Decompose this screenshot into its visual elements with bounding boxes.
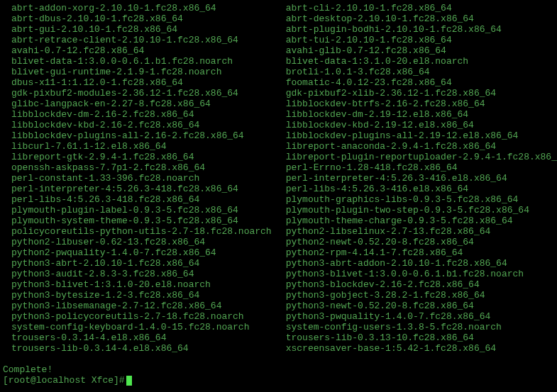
package-row: python3-blivet-1:3.0.0-0.6.1.b1.fc28.noa… bbox=[277, 269, 557, 279]
package-row: dbus-x11-1:1.12.0-1.fc28.x86_64 bbox=[3, 77, 272, 88]
package-row: plymouth-theme-charge-0.9.3-5.fc28.x86_6… bbox=[277, 215, 557, 226]
prompt-text: [root@localhost Xfce]# bbox=[3, 375, 125, 386]
package-row: abrt-gui-2.10.10-1.fc28.x86_64 bbox=[3, 24, 272, 35]
package-row: libblockdev-dm-2.19-12.el8.x86_64 bbox=[277, 109, 557, 120]
package-row: python3-abrt-addon-2.10.10-1.fc28.x86_64 bbox=[277, 258, 557, 269]
package-row: libblockdev-plugins-all-2.19-12.el8.x86_… bbox=[277, 130, 557, 141]
package-row: python2-pwquality-1.4.0-7.fc28.x86_64 bbox=[3, 247, 272, 258]
package-row: openssh-askpass-7.7p1-2.fc28.x86_64 bbox=[3, 162, 272, 173]
package-row: perl-Errno-1.28-418.fc28.x86_64 bbox=[277, 162, 557, 173]
package-row: gdk-pixbuf2-modules-2.36.12-1.fc28.x86_6… bbox=[3, 88, 272, 99]
package-row: plymouth-plugin-two-step-0.9.3-5.fc28.x8… bbox=[277, 205, 557, 215]
package-row: plymouth-system-theme-0.9.3-5.fc28.x86_6… bbox=[3, 215, 272, 226]
package-row: libblockdev-btrfs-2.16-2.fc28.x86_64 bbox=[277, 99, 557, 109]
package-row: python2-newt-0.52.20-8.fc28.x86_64 bbox=[277, 237, 557, 247]
package-row: python2-rpm-4.14.1-7.fc28.x86_64 bbox=[277, 247, 557, 258]
package-row: libblockdev-kbd-2.19-12.el8.x86_64 bbox=[277, 120, 557, 130]
package-row: perl-interpreter-4:5.26.3-416.el8.x86_64 bbox=[277, 173, 557, 184]
package-row: perl-libs-4:5.26.3-418.fc28.x86_64 bbox=[3, 194, 272, 205]
package-row: libreport-anaconda-2.9.4-1.fc28.x86_64 bbox=[277, 141, 557, 152]
shell-prompt[interactable]: [root@localhost Xfce]# bbox=[3, 375, 554, 386]
package-row: glibc-langpack-en-2.27-8.fc28.x86_64 bbox=[3, 99, 272, 109]
package-row: system-config-keyboard-1.4.0-15.fc28.noa… bbox=[3, 322, 272, 332]
package-column-left: abrt-addon-xorg-2.10.10-1.fc28.x86_64abr… bbox=[3, 3, 272, 354]
package-row: abrt-dbus-2.10.10-1.fc28.x86_64 bbox=[3, 13, 272, 24]
package-row: abrt-cli-2.10.10-1.fc28.x86_64 bbox=[277, 3, 557, 13]
package-row: python3-pwquality-1.4.0-7.fc28.x86_64 bbox=[277, 311, 557, 322]
package-row: brotli-1.0.1-3.fc28.x86_64 bbox=[277, 67, 557, 77]
package-row: plymouth-plugin-label-0.9.3-5.fc28.x86_6… bbox=[3, 205, 272, 215]
package-row: python2-libselinux-2.7-13.fc28.x86_64 bbox=[277, 226, 557, 237]
package-row: python3-newt-0.52.20-8.fc28.x86_64 bbox=[277, 301, 557, 311]
package-row: avahi-glib-0.7-12.fc28.x86_64 bbox=[277, 45, 557, 56]
package-row: python3-abrt-2.10.10-1.fc28.x86_64 bbox=[3, 258, 272, 269]
package-row: python3-bytesize-1.2-3.fc28.x86_64 bbox=[3, 290, 272, 301]
package-row: perl-constant-1.33-396.fc28.noarch bbox=[3, 173, 272, 184]
package-row: python3-gobject-3.28.2-1.fc28.x86_64 bbox=[277, 290, 557, 301]
package-row: perl-interpreter-4:5.26.3-418.fc28.x86_6… bbox=[3, 184, 272, 194]
package-row: python2-libuser-0.62-13.fc28.x86_64 bbox=[3, 237, 272, 247]
package-row: abrt-retrace-client-2.10.10-1.fc28.x86_6… bbox=[3, 35, 272, 45]
package-row: blivet-gui-runtime-2.1.9-1.fc28.noarch bbox=[3, 67, 272, 77]
package-row: libblockdev-kbd-2.16-2.fc28.x86_64 bbox=[3, 120, 272, 130]
package-row: perl-libs-4:5.26.3-416.el8.x86_64 bbox=[277, 184, 557, 194]
package-row: python3-audit-2.8.3-3.fc28.x86_64 bbox=[3, 269, 272, 279]
package-row: policycoreutils-python-utils-2.7-18.fc28… bbox=[3, 226, 272, 237]
package-row: trousers-0.3.14-4.el8.x86_64 bbox=[3, 332, 272, 343]
package-list: abrt-addon-xorg-2.10.10-1.fc28.x86_64abr… bbox=[3, 3, 554, 354]
package-row: foomatic-4.0.12-23.fc28.x86_64 bbox=[277, 77, 557, 88]
package-row: libreport-gtk-2.9.4-1.fc28.x86_64 bbox=[3, 152, 272, 162]
status-line: Complete! bbox=[3, 364, 554, 375]
package-row: plymouth-graphics-libs-0.9.3-5.fc28.x86_… bbox=[277, 194, 557, 205]
package-row: abrt-tui-2.10.10-1.fc28.x86_64 bbox=[277, 35, 557, 45]
package-row: xscreensaver-base-1:5.42-1.fc28.x86_64 bbox=[277, 343, 557, 354]
package-row: blivet-data-1:3.1.0-20.el8.noarch bbox=[277, 56, 557, 67]
package-row: trousers-lib-0.3.13-10.fc28.x86_64 bbox=[277, 332, 557, 343]
package-row: trousers-lib-0.3.14-4.el8.x86_64 bbox=[3, 343, 272, 354]
package-row: libblockdev-plugins-all-2.16-2.fc28.x86_… bbox=[3, 130, 272, 141]
package-row: gdk-pixbuf2-xlib-2.36.12-1.fc28.x86_64 bbox=[277, 88, 557, 99]
package-row: python3-blivet-1:3.1.0-20.el8.noarch bbox=[3, 279, 272, 290]
cursor-icon bbox=[126, 376, 132, 386]
package-row: python3-blockdev-2.16-2.fc28.x86_64 bbox=[277, 279, 557, 290]
package-row: libcurl-7.61.1-12.el8.x86_64 bbox=[3, 141, 272, 152]
package-row: abrt-addon-xorg-2.10.10-1.fc28.x86_64 bbox=[3, 3, 272, 13]
package-column-right: abrt-cli-2.10.10-1.fc28.x86_64abrt-deskt… bbox=[277, 3, 557, 354]
package-row: python3-libsemanage-2.7-12.fc28.x86_64 bbox=[3, 301, 272, 311]
package-row: libreport-plugin-reportuploader-2.9.4-1.… bbox=[277, 152, 557, 162]
package-row: system-config-users-1.3.8-5.fc28.noarch bbox=[277, 322, 557, 332]
package-row: abrt-desktop-2.10.10-1.fc28.x86_64 bbox=[277, 13, 557, 24]
package-row: blivet-data-1:3.0.0-0.6.1.b1.fc28.noarch bbox=[3, 56, 272, 67]
package-row: abrt-plugin-bodhi-2.10.10-1.fc28.x86_64 bbox=[277, 24, 557, 35]
package-row: avahi-0.7-12.fc28.x86_64 bbox=[3, 45, 272, 56]
package-row: python3-policycoreutils-2.7-18.fc28.noar… bbox=[3, 311, 272, 322]
package-row: libblockdev-dm-2.16-2.fc28.x86_64 bbox=[3, 109, 272, 120]
